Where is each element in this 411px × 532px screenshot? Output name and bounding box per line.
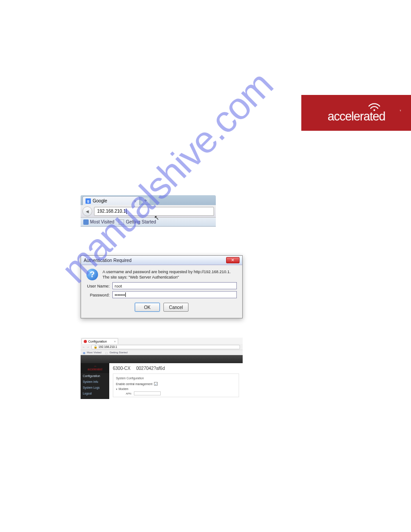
address-bar-admin: ← → 🔒 192.168.210.1 [81, 344, 243, 350]
new-tab-button[interactable]: + [141, 197, 150, 204]
tab-strip: g Google × + [81, 195, 216, 205]
apn-input[interactable] [134, 391, 161, 395]
question-icon: ? [86, 269, 98, 280]
favicon-icon [84, 340, 87, 343]
cursor-icon: ↖ [154, 214, 159, 221]
admin-content: ⌢ accelerated Configuration System Info … [81, 363, 243, 399]
url-text-admin: 192.168.210.1 [98, 345, 117, 348]
most-visited-icon [83, 219, 89, 225]
modem-label: Modem [119, 387, 128, 390]
address-bar-row: ◄ 192.168.210.1 [81, 205, 216, 218]
sidebar-logo: ⌢ accelerated [81, 363, 109, 373]
close-tab-icon[interactable]: × [134, 198, 137, 204]
bookmarks-bar-admin: ▦ Most Visited ▢ Getting Started [81, 350, 243, 355]
device-mac: 0027042?af6d [136, 366, 165, 371]
admin-panel-screenshot: Configuration × ← → 🔒 192.168.210.1 ▦ Mo… [81, 338, 243, 399]
device-model: 6300-CX [113, 366, 130, 371]
admin-main: 6300-CX 0027042?af6d System Configuratio… [109, 363, 243, 399]
browser-address-screenshot: g Google × + ◄ 192.168.210.1 Most Visite… [81, 195, 216, 227]
browser-tab-google[interactable]: g Google × [82, 196, 140, 205]
url-input-admin[interactable]: 🔒 192.168.210.1 [91, 345, 240, 349]
url-text: 192.168.210.1 [97, 209, 126, 214]
forward-icon[interactable]: → [86, 345, 90, 348]
username-label: User Name: [86, 283, 112, 288]
bookmark-getting-started[interactable]: Getting Started [126, 219, 156, 224]
sidebar-item-system-info[interactable]: System Info [81, 379, 109, 385]
device-header: 6300-CX 0027042?af6d [113, 366, 239, 371]
dialog-titlebar: Authentication Required ✕ [81, 256, 242, 265]
password-input[interactable]: ••••••• [112, 291, 237, 298]
sidebar-brand: accelerated [88, 368, 103, 371]
bookmark-most-visited[interactable]: Most Visited [87, 351, 102, 354]
collapse-icon: ▾ [116, 387, 117, 390]
close-tab-icon[interactable]: × [114, 339, 116, 343]
dialog-message: A username and password are being reques… [103, 269, 237, 280]
tab-title: Google [93, 198, 107, 203]
svg-text:™: ™ [399, 109, 401, 113]
bookmark-most-visited[interactable]: Most Visited [90, 219, 114, 224]
bookmarks-bar: Most Visited Getting Started [81, 218, 216, 227]
password-dots: ••••••• [115, 292, 125, 297]
section-system-config: System Configuration [116, 375, 236, 381]
password-label: Password: [86, 292, 112, 297]
username-input[interactable]: root [112, 282, 237, 289]
central-management-row: Enable central management ✓ [116, 381, 236, 386]
tabstrip-admin: Configuration × [81, 338, 243, 344]
browser-tab-config[interactable]: Configuration × [81, 338, 118, 344]
modem-row[interactable]: ▾ Modem [116, 386, 236, 391]
bookmark-getting-started[interactable]: Getting Started [110, 351, 128, 354]
dialog-body: ? A username and password are being requ… [81, 265, 242, 318]
cancel-button[interactable]: Cancel [163, 303, 188, 312]
admin-sidebar: ⌢ accelerated Configuration System Info … [81, 363, 109, 399]
getting-started-icon [119, 219, 124, 225]
brand-name-text: accelerated [327, 110, 385, 123]
brand-logo: accelerated ™ [301, 95, 411, 131]
apn-label: APN [126, 392, 131, 395]
back-button[interactable]: ◄ [82, 206, 92, 216]
accelerated-logo-svg: accelerated ™ [312, 102, 401, 124]
central-mgmt-label: Enable central management [116, 382, 152, 386]
google-icon: g [86, 198, 91, 204]
sidebar-item-system-logs[interactable]: System Logs [81, 385, 109, 390]
dialog-title-text: Authentication Required [84, 258, 132, 263]
lock-icon: 🔒 [94, 345, 98, 349]
auth-dialog: Authentication Required ✕ ? A username a… [81, 255, 243, 318]
central-mgmt-checkbox[interactable]: ✓ [154, 382, 158, 386]
sidebar-item-configuration[interactable]: Configuration [81, 373, 109, 379]
tab-title-config: Configuration [88, 340, 107, 343]
ok-button[interactable]: OK [135, 303, 160, 312]
sidebar-item-logout[interactable]: Logout [81, 390, 109, 396]
page-header-bar [81, 355, 243, 363]
dialog-close-button[interactable]: ✕ [226, 257, 240, 263]
back-icon[interactable]: ← [82, 345, 86, 348]
